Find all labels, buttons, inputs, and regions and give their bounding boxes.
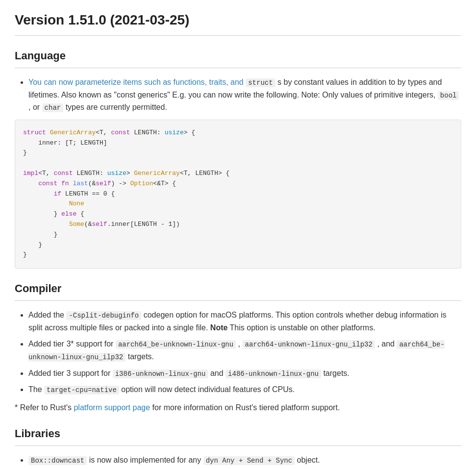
tier3-aarch64-item: Added tier 3* support for aarch64_be-unk…: [28, 338, 461, 363]
box-downcast-text2: object.: [297, 456, 320, 464]
or-text: , or: [28, 103, 40, 111]
codegen-text: codegen option for macOS platforms.: [144, 311, 274, 319]
language-heading: Language: [15, 48, 461, 68]
compiler-list: Added the -Csplit-debuginfo codegen opti…: [15, 309, 461, 396]
i386-code: i386-unknown-linux-gnu: [113, 370, 208, 378]
footnote-after-text: for more information on Rust's tiered pl…: [152, 403, 340, 412]
i486-code: i486-unknown-linux-gnu: [225, 370, 321, 378]
types-text: types are currently permitted.: [66, 103, 167, 111]
box-downcast-code: Box::downcast: [28, 456, 87, 465]
compiler-heading: Compiler: [15, 280, 461, 301]
bool-code: bool: [438, 91, 459, 100]
code-block: struct GenericArray<T, const LENGTH: usi…: [15, 120, 461, 269]
tier3-i386-text-before: Added tier 3 support for: [28, 369, 110, 377]
box-downcast-text1: is now also implemented for any: [89, 456, 203, 464]
aarch64-ilp32-code: aarch64-unknown-linux-gnu_ilp32: [242, 340, 375, 349]
note-text: This option is unstable on other platfor…: [230, 323, 376, 332]
target-cpu-item: The target-cpu=native option will now de…: [28, 383, 461, 396]
libraries-heading: Libraries: [15, 425, 461, 446]
box-downcast-item: Box::downcast is now also implemented fo…: [28, 454, 461, 467]
footnote: * Refer to Rust's platform support page …: [15, 402, 461, 414]
target-cpu-text-after: option will now detect individual featur…: [121, 385, 295, 394]
const-generics-link[interactable]: You can now parameterize items such as f…: [28, 78, 244, 86]
tier3-aarch64-text-after: targets.: [128, 352, 154, 361]
struct-code: struct: [246, 78, 275, 87]
const-generics-item: You can now parameterize items such as f…: [28, 76, 461, 114]
footnote-text: * Refer to Rust's: [15, 403, 72, 412]
csplit-code: -Csplit-debuginfo: [66, 311, 141, 320]
the-text: The: [28, 385, 42, 394]
aarch64-be-gnu-code: aarch64_be-unknown-linux-gnu: [116, 340, 236, 349]
sep2-text: , and: [377, 340, 397, 348]
tier3-i386-text-after: targets.: [323, 369, 349, 377]
csplit-item: Added the -Csplit-debuginfo codegen opti…: [28, 309, 461, 334]
added-the-text: Added the: [28, 311, 64, 319]
tier3-i386-item: Added tier 3 support for i386-unknown-li…: [28, 367, 461, 380]
note-label: Note: [210, 323, 228, 332]
target-cpu-native-code: target-cpu=native: [44, 386, 119, 395]
libraries-list: Box::downcast is now also implemented fo…: [15, 454, 461, 469]
tier3-aarch64-text-before: Added tier 3* support for: [28, 340, 113, 348]
and-text: and: [210, 369, 225, 377]
char-code: char: [42, 103, 64, 112]
platform-support-link[interactable]: platform support page: [74, 403, 150, 412]
language-list: You can now parameterize items such as f…: [15, 76, 461, 114]
page-title: Version 1.51.0 (2021-03-25): [15, 10, 461, 36]
dyn-any-code: dyn Any + Send + Sync: [203, 456, 295, 465]
